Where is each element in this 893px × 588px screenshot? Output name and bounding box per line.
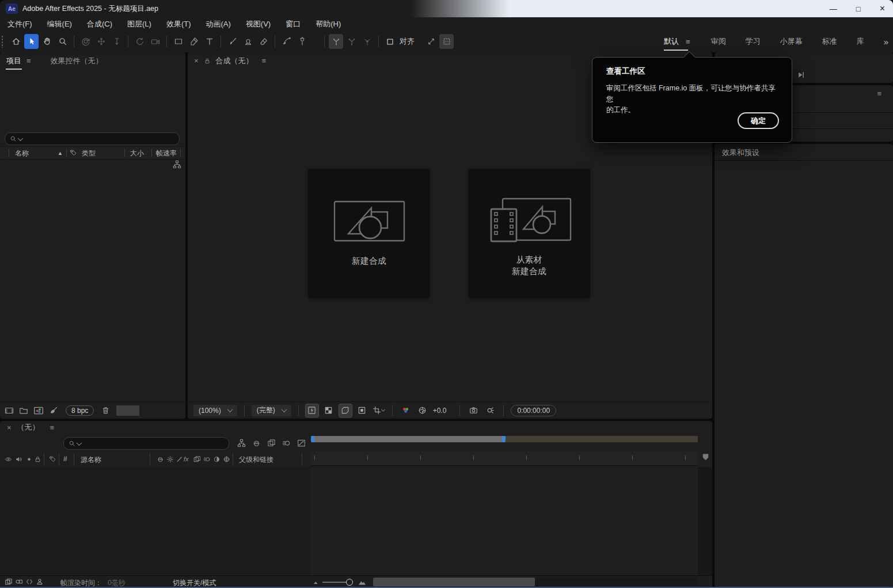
comp-marker-bin-icon[interactable] [701, 453, 710, 461]
rotation-tool[interactable] [132, 34, 147, 49]
tab-effect-controls[interactable]: 效果控件（无） [51, 56, 103, 66]
workspace-tab-standard[interactable]: 标准 [822, 36, 837, 47]
menu-file[interactable]: 文件(F) [0, 19, 40, 29]
show-snapshot-button[interactable] [484, 404, 496, 417]
take-snapshot-button[interactable] [467, 404, 480, 417]
expand-render-pane-icon[interactable] [36, 578, 44, 586]
pen-tool[interactable] [187, 34, 201, 49]
zoom-out-mountain-icon[interactable] [313, 579, 320, 586]
hide-shy-layers-icon[interactable] [252, 439, 261, 447]
clone-stamp-tool[interactable] [241, 34, 255, 49]
frame-blending-icon[interactable] [267, 439, 276, 447]
zoom-in-mountain-icon[interactable] [358, 578, 366, 586]
effects-switch-icon[interactable]: fx [184, 456, 189, 462]
timeline-menu-icon[interactable]: ≡ [50, 424, 55, 431]
menu-window[interactable]: 窗口 [278, 19, 308, 29]
menu-edit[interactable]: 编辑(E) [40, 19, 79, 29]
composition-mini-flowchart-icon[interactable] [237, 439, 246, 447]
fast-preview-button[interactable] [306, 404, 318, 417]
region-of-interest-button[interactable] [339, 404, 352, 417]
bit-depth-button[interactable]: 8 bpc [66, 405, 94, 416]
column-divider[interactable] [44, 454, 44, 465]
home-button[interactable] [9, 34, 23, 49]
timeline-tab[interactable]: （无） [17, 422, 40, 433]
close-tab-icon[interactable]: × [7, 424, 12, 431]
label-color-icon[interactable] [70, 149, 77, 157]
column-type[interactable]: 类型 [82, 149, 96, 158]
brush-tool[interactable] [225, 34, 240, 49]
snap-features-button[interactable] [439, 34, 454, 49]
composition-panel-menu-icon[interactable]: ≡ [262, 57, 267, 65]
column-divider[interactable] [59, 454, 59, 465]
last-frame-icon[interactable] [797, 71, 805, 79]
timeline-vertical-scrollbar[interactable] [698, 467, 712, 576]
workspace-tab-small-screen[interactable]: 小屏幕 [780, 36, 803, 47]
track-area[interactable] [311, 467, 698, 576]
snap-label[interactable]: 对齐 [400, 36, 415, 47]
timeline-search-input[interactable] [63, 437, 229, 450]
expand-transfer-controls-icon[interactable] [15, 578, 23, 586]
tab-composition[interactable]: 合成（无） [216, 56, 253, 66]
magnification-dropdown[interactable]: (100%) [193, 405, 237, 416]
shrink-icon[interactable] [424, 34, 438, 49]
guides-safe-margins-button[interactable] [356, 404, 368, 417]
zoom-tool[interactable] [55, 34, 70, 49]
column-divider[interactable] [151, 149, 152, 157]
menu-view[interactable]: 视图(V) [238, 19, 278, 29]
maximize-button[interactable]: □ [856, 5, 861, 13]
close-tab-icon[interactable]: × [194, 57, 199, 65]
exposure-reset-button[interactable] [416, 404, 429, 417]
quality-switch-icon[interactable] [176, 456, 183, 463]
frame-blend-switch-icon[interactable] [193, 456, 201, 463]
expand-in-out-panes-icon[interactable] [25, 578, 33, 586]
workspace-tab-libraries[interactable]: 库 [857, 36, 864, 47]
solo-switch-icon[interactable] [25, 456, 33, 463]
column-divider[interactable] [9, 149, 9, 157]
audio-switch-icon[interactable] [15, 456, 22, 463]
pan-camera-tool[interactable] [94, 34, 108, 49]
column-divider[interactable] [74, 454, 74, 465]
local-axis-mode-button[interactable] [329, 34, 343, 49]
project-search-input[interactable] [5, 132, 180, 145]
world-axis-mode-button[interactable] [344, 34, 359, 49]
show-channel-button[interactable] [400, 404, 412, 417]
column-divider[interactable] [150, 454, 150, 465]
toolbar-grip[interactable] [1, 35, 4, 48]
close-button[interactable]: × [880, 4, 885, 13]
column-divider[interactable] [180, 149, 181, 157]
project-panel-menu-icon[interactable]: ≡ [26, 57, 31, 65]
lock-switch-icon[interactable] [34, 456, 41, 463]
resolution-dropdown[interactable]: (完整) [252, 405, 291, 416]
timeline-zoom-slider-knob[interactable] [346, 579, 353, 586]
column-divider[interactable] [233, 454, 233, 465]
workspace-tab-learn[interactable]: 学习 [746, 36, 761, 47]
orbit-camera-tool[interactable] [78, 34, 93, 49]
workspace-overflow-icon[interactable]: » [884, 37, 888, 47]
column-framerate[interactable]: 帧速率 [156, 149, 177, 158]
dolly-camera-tool[interactable] [109, 34, 124, 49]
project-flowchart-icon[interactable] [173, 160, 181, 169]
tab-project[interactable]: 项目 [6, 56, 21, 66]
trash-icon[interactable] [101, 406, 110, 415]
interpret-footage-icon[interactable] [5, 406, 14, 415]
timeline-hscroll-thumb[interactable] [373, 578, 535, 586]
roto-brush-tool[interactable] [279, 34, 294, 49]
transparency-grid-button[interactable] [322, 404, 335, 417]
motion-blur-switch-icon[interactable] [203, 456, 211, 463]
column-name[interactable]: 名称 [15, 149, 29, 158]
project-panel-drag-zone[interactable] [116, 405, 139, 416]
column-size[interactable]: 大小 [130, 149, 144, 158]
parent-link-column[interactable]: 父级和链接 [239, 455, 273, 465]
effects-presets-title[interactable]: 效果和预设 [722, 147, 759, 158]
3d-layer-switch-icon[interactable] [223, 456, 230, 463]
current-time-display[interactable]: 0:00:00:00 [511, 405, 556, 416]
view-axis-mode-button[interactable] [360, 34, 374, 49]
rectangle-tool[interactable] [171, 34, 185, 49]
new-composition-from-footage-card[interactable]: 从素材 新建合成 [468, 169, 590, 298]
workspace-tab-default[interactable]: 默认 ≡ [664, 36, 691, 47]
column-divider[interactable] [302, 454, 302, 465]
menu-composition[interactable]: 合成(C) [79, 19, 120, 29]
work-area-bar[interactable] [311, 436, 506, 442]
puppet-pin-tool[interactable] [295, 34, 309, 49]
text-tool[interactable] [202, 34, 216, 49]
